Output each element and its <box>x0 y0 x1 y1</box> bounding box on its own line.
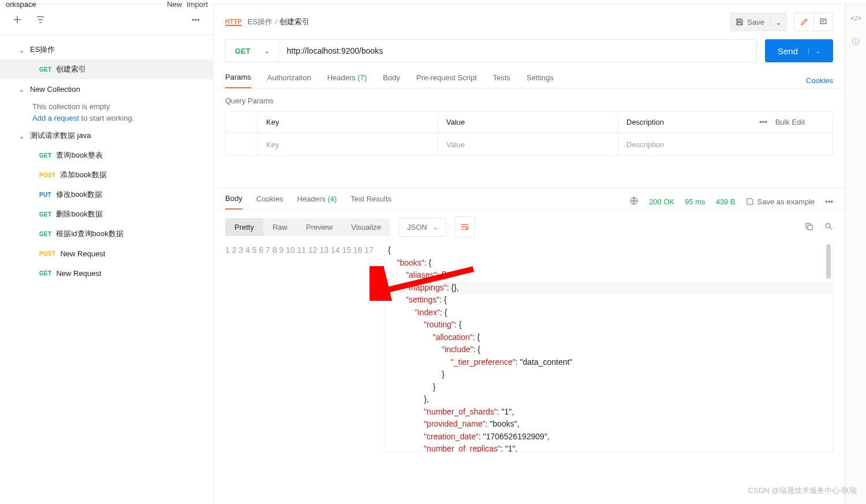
empty-collection-msg: This collection is empty Add a request t… <box>0 99 213 126</box>
request-item[interactable]: GET删除book数据 <box>0 204 213 224</box>
method-select[interactable]: GET⌄ <box>226 40 279 62</box>
tab-body[interactable]: Body <box>383 73 400 88</box>
view-raw[interactable]: Raw <box>263 218 297 236</box>
sidebar: ••• ⌄ES操作 GET创建索引 ⌄New Collection This c… <box>0 5 214 504</box>
tab-auth[interactable]: Authorization <box>267 73 311 88</box>
view-preview[interactable]: Preview <box>297 218 342 236</box>
resp-tab-cookies[interactable]: Cookies <box>256 195 283 209</box>
svg-rect-0 <box>820 19 826 24</box>
status-text: 200 OK <box>649 197 674 206</box>
right-sidebar: </> ⓘ <box>845 5 866 504</box>
response-body[interactable]: 1 2 3 4 5 6 7 8 9 10 11 12 13 14 15 16 1… <box>214 244 845 452</box>
tab-params[interactable]: Params <box>225 73 251 88</box>
resp-tab-headers[interactable]: Headers (4) <box>297 195 337 209</box>
request-item[interactable]: GET创建索引 <box>0 59 213 79</box>
copy-icon[interactable] <box>804 222 813 233</box>
info-icon[interactable]: ⓘ <box>852 36 860 47</box>
request-item[interactable]: PUT修改book数据 <box>0 185 213 204</box>
request-item[interactable]: POST添加book数据 <box>0 165 213 185</box>
send-button[interactable]: Send⌄ <box>765 39 833 62</box>
bulk-edit-link[interactable]: Bulk Edit <box>775 118 805 126</box>
resp-tab-body[interactable]: Body <box>225 194 242 210</box>
save-button[interactable]: Save ⌄ <box>730 13 787 31</box>
filter-icon[interactable] <box>32 12 48 28</box>
view-visualize[interactable]: Visualize <box>342 218 390 236</box>
breadcrumb: ES操作/创建索引 <box>248 17 309 27</box>
svg-rect-3 <box>808 225 812 230</box>
tab-headers[interactable]: Headers (7) <box>327 73 367 88</box>
tab-settings[interactable]: Settings <box>527 73 554 88</box>
view-pretty[interactable]: Pretty <box>225 218 263 236</box>
cookies-link[interactable]: Cookies <box>806 76 833 85</box>
size-text: 439 B <box>716 197 736 206</box>
add-request-link[interactable]: Add a request <box>32 114 79 122</box>
more-options-icon[interactable]: ••• <box>759 118 767 126</box>
globe-icon[interactable] <box>629 196 639 207</box>
comment-icon[interactable] <box>813 13 833 31</box>
workspace-bar: orkspace New Import <box>0 0 214 9</box>
query-params-table: Key Value Description •••Bulk Edit Key V… <box>225 111 833 156</box>
new-btn[interactable]: New <box>167 0 182 9</box>
collection-new[interactable]: ⌄New Collection <box>0 79 213 99</box>
collection-java[interactable]: ⌄测试请求数据 java <box>0 126 213 145</box>
time-text: 95 ms <box>685 197 705 206</box>
request-item[interactable]: GET查询book整表 <box>0 145 213 165</box>
search-icon[interactable] <box>824 222 833 233</box>
svg-point-4 <box>826 223 830 228</box>
resp-tab-tests[interactable]: Test Results <box>350 195 391 209</box>
import-btn[interactable]: Import <box>186 0 208 9</box>
tab-prescript[interactable]: Pre-request Script <box>416 73 477 88</box>
edit-icon[interactable] <box>794 13 813 31</box>
save-example-btn[interactable]: Save as example <box>746 197 815 206</box>
code-snippet-icon[interactable]: </> <box>850 14 861 23</box>
url-input[interactable] <box>279 40 756 62</box>
scrollbar[interactable] <box>826 244 831 279</box>
more-icon[interactable]: ••• <box>825 197 833 206</box>
collection-es[interactable]: ⌄ES操作 <box>0 40 213 59</box>
request-item[interactable]: POSTNew Request <box>0 244 213 263</box>
query-params-title: Query Params <box>225 96 833 105</box>
request-item[interactable]: GETNew Request <box>0 263 213 283</box>
format-select[interactable]: JSON⌄ <box>398 218 446 237</box>
wrap-icon[interactable] <box>454 216 475 237</box>
more-icon[interactable]: ••• <box>188 12 204 28</box>
http-badge: HTTP <box>225 18 242 26</box>
content: HTTP ES操作/创建索引 Save ⌄ GET⌄ <box>214 5 845 504</box>
request-item[interactable]: GET根据id查询book数据 <box>0 224 213 244</box>
tab-tests[interactable]: Tests <box>493 73 510 88</box>
table-row[interactable]: Key Value Description <box>226 133 833 155</box>
add-icon[interactable] <box>9 12 25 28</box>
watermark: CSDN @瑞晟技术服务中心-耿瑞 <box>748 486 857 496</box>
chevron-down-icon[interactable]: ⌄ <box>770 18 782 27</box>
